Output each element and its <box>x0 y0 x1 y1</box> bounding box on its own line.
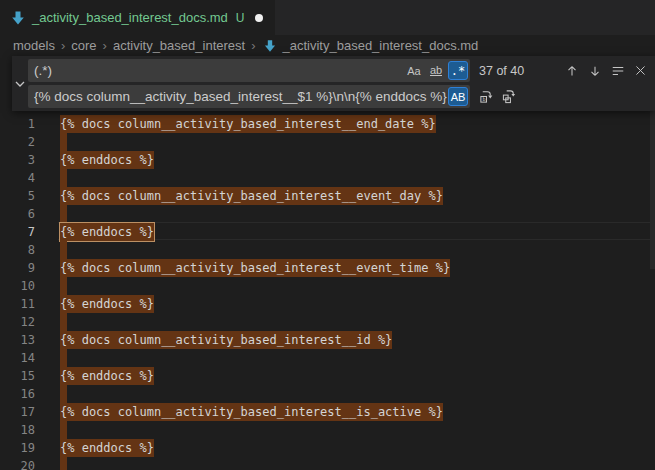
line-number: 17 <box>0 403 35 421</box>
code-line-3[interactable]: 3{% enddocs %} <box>0 151 655 169</box>
find-match-empty <box>60 457 67 470</box>
line-number: 16 <box>0 385 35 403</box>
line-number: 8 <box>0 241 35 259</box>
code-line-17[interactable]: 17{% docs column__activity_based_interes… <box>0 403 655 421</box>
next-match-button[interactable] <box>583 60 606 82</box>
find-match: {% enddocs %} <box>60 223 154 241</box>
git-status-badge: U <box>236 11 245 25</box>
find-match-empty <box>60 133 67 151</box>
code-line-2[interactable]: 2 <box>0 133 655 151</box>
find-match: {% docs column__activity_based_interest_… <box>60 403 443 421</box>
line-number: 11 <box>0 295 35 313</box>
line-number: 5 <box>0 187 35 205</box>
breadcrumb-item-models[interactable]: models <box>13 38 55 53</box>
toggle-replace-button[interactable] <box>12 56 28 111</box>
close-find-widget-button[interactable] <box>629 60 652 82</box>
replace-input[interactable]: {% docs column__activity_based_interest_… <box>28 85 470 108</box>
code-line-4[interactable]: 4 <box>0 169 655 187</box>
selection-icon <box>611 64 625 78</box>
find-in-selection-button[interactable] <box>606 60 629 82</box>
match-case-toggle[interactable]: Aa <box>404 61 424 80</box>
code-line-8[interactable]: 8 <box>0 241 655 259</box>
breadcrumb-item-file[interactable]: _activity_based_interest_docs.md <box>283 38 479 53</box>
replace-value: {% docs column__activity_based_interest_… <box>34 89 448 104</box>
find-match-empty <box>60 169 67 187</box>
tab-filename: _activity_based_interest_docs.md <box>32 10 228 25</box>
find-match: {% docs column__activity_based_interest_… <box>60 331 392 349</box>
find-match: {% enddocs %} <box>60 367 154 385</box>
line-number: 9 <box>0 259 35 277</box>
code-line-5[interactable]: 5{% docs column__activity_based_interest… <box>0 187 655 205</box>
line-number: 6 <box>0 205 35 223</box>
find-match: {% enddocs %} <box>60 295 154 313</box>
line-number: 1 <box>0 115 35 133</box>
whole-word-toggle[interactable]: ab <box>426 61 446 80</box>
code-line-16[interactable]: 16 <box>0 385 655 403</box>
code-line-11[interactable]: 11{% enddocs %} <box>0 295 655 313</box>
code-line-15[interactable]: 15{% enddocs %} <box>0 367 655 385</box>
line-number: 15 <box>0 367 35 385</box>
line-number: 19 <box>0 439 35 457</box>
code-line-1[interactable]: 1{% docs column__activity_based_interest… <box>0 115 655 133</box>
find-match: {% enddocs %} <box>60 151 154 169</box>
code-line-10[interactable]: 10 <box>0 277 655 295</box>
line-number: 14 <box>0 349 35 367</box>
breadcrumb-separator-icon: › <box>61 38 65 53</box>
find-match-empty <box>60 385 67 403</box>
line-number: 12 <box>0 313 35 331</box>
replace-all-icon <box>502 89 517 104</box>
find-match: {% docs column__activity_based_interest_… <box>60 115 436 133</box>
find-widget: (.*) Aa ab .* 37 of 40 <box>12 56 655 111</box>
svg-text:b: b <box>482 96 485 102</box>
code-line-20[interactable]: 20 <box>0 457 655 470</box>
tab-bar: _activity_based_interest_docs.md U <box>0 0 655 35</box>
find-match-empty <box>60 277 67 295</box>
code-line-19[interactable]: 19{% enddocs %} <box>0 439 655 457</box>
code-line-7[interactable]: 7{% enddocs %} <box>0 223 655 241</box>
line-number: 2 <box>0 133 35 151</box>
find-query: (.*) <box>34 63 404 78</box>
match-count: 37 of 40 <box>479 64 524 78</box>
replace-button[interactable]: b <box>475 86 498 108</box>
replace-icon: b <box>479 89 494 104</box>
breadcrumb-separator-icon: › <box>251 38 255 53</box>
code-line-14[interactable]: 14 <box>0 349 655 367</box>
line-number: 18 <box>0 421 35 439</box>
line-number: 10 <box>0 277 35 295</box>
replace-all-button[interactable] <box>498 86 521 108</box>
arrow-down-icon <box>588 64 602 78</box>
line-number: 7 <box>0 223 35 241</box>
find-match: {% docs column__activity_based_interest_… <box>60 187 443 205</box>
find-match-empty <box>60 313 67 331</box>
breadcrumb-item-folder[interactable]: activity_based_interest <box>113 38 245 53</box>
line-number: 3 <box>0 151 35 169</box>
line-number: 13 <box>0 331 35 349</box>
breadcrumb: models › core › activity_based_interest … <box>0 35 655 56</box>
code-line-6[interactable]: 6 <box>0 205 655 223</box>
unsaved-dot[interactable] <box>255 14 263 22</box>
find-input[interactable]: (.*) Aa ab .* <box>28 59 470 82</box>
markdown-file-icon <box>10 10 26 26</box>
close-icon <box>634 64 647 77</box>
breadcrumb-item-core[interactable]: core <box>71 38 96 53</box>
code-line-12[interactable]: 12 <box>0 313 655 331</box>
markdown-file-icon <box>263 39 277 53</box>
find-match-empty <box>60 205 67 223</box>
previous-match-button[interactable] <box>560 60 583 82</box>
find-match-empty <box>60 241 67 259</box>
breadcrumb-separator-icon: › <box>103 38 107 53</box>
code-line-13[interactable]: 13{% docs column__activity_based_interes… <box>0 331 655 349</box>
arrow-up-icon <box>565 64 579 78</box>
editor[interactable]: 1{% docs column__activity_based_interest… <box>0 56 655 470</box>
regex-toggle[interactable]: .* <box>448 61 468 80</box>
code-line-18[interactable]: 18 <box>0 421 655 439</box>
tab-active[interactable]: _activity_based_interest_docs.md U <box>0 0 275 35</box>
find-match-empty <box>60 421 67 439</box>
line-number: 20 <box>0 457 35 470</box>
line-number: 4 <box>0 169 35 187</box>
find-match: {% enddocs %} <box>60 439 154 457</box>
find-match: {% docs column__activity_based_interest_… <box>60 259 450 277</box>
preserve-case-toggle[interactable]: AB <box>448 87 468 106</box>
find-match-empty <box>60 349 67 367</box>
code-line-9[interactable]: 9{% docs column__activity_based_interest… <box>0 259 655 277</box>
